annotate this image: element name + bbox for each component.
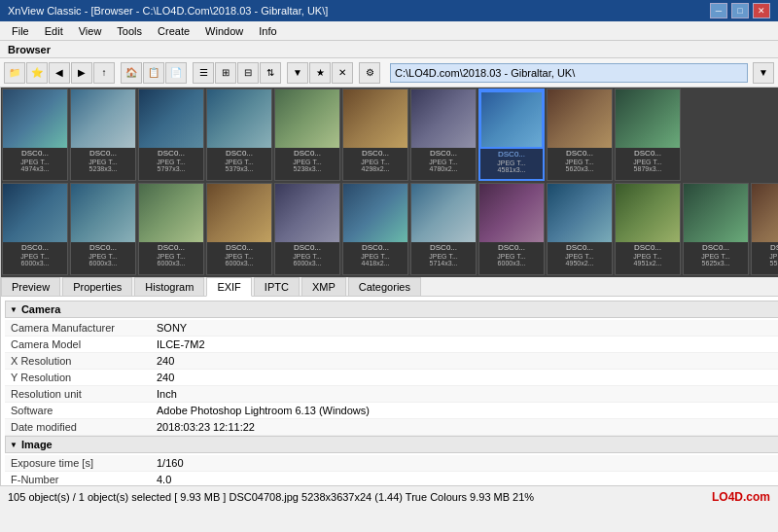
exif-row: Exposure time [s] 1/160 — [5, 455, 778, 472]
menu-window[interactable]: Window — [197, 23, 251, 39]
thumb-item[interactable]: DSC0...JPEG T...5797x3... — [138, 89, 204, 181]
right-panel: DSC0...JPEG T...4974x3... DSC0...JPEG T.… — [1, 88, 778, 485]
thumb-item[interactable]: DSC0...JPEG T...6000x3... — [478, 183, 545, 275]
tb-btn-view2[interactable]: ⊞ — [215, 62, 236, 84]
thumb-item[interactable]: DSC0...JPEG T...5620x3... — [547, 89, 613, 181]
thumb-item[interactable]: DSC0...JPEG T...5379x3... — [206, 89, 272, 181]
tb-btn-copy[interactable]: 📋 — [143, 62, 164, 84]
thumb-item[interactable]: DSC0...JPEG T...5536x3... — [751, 183, 778, 275]
statusbar-text: 105 object(s) / 1 object(s) selected [ 9… — [8, 491, 534, 503]
tb-btn-view3[interactable]: ⊟ — [237, 62, 259, 84]
tab-iptc[interactable]: IPTC — [254, 277, 300, 296]
exif-row: Camera Manufacturer SONY — [5, 320, 778, 337]
exif-row: Software Adobe Photoshop Lightroom 6.13 … — [5, 403, 778, 419]
tb-btn-view1[interactable]: ☰ — [193, 62, 214, 84]
thumb-item[interactable]: DSC0...JPEG T...4974x3... — [2, 89, 68, 181]
tb-btn-settings[interactable]: ⚙ — [359, 62, 380, 84]
tb-btn-star[interactable]: ★ — [309, 62, 331, 84]
tab-histogram[interactable]: Histogram — [134, 277, 204, 296]
exif-row: F-Number 4.0 — [5, 472, 778, 485]
minimize-button[interactable]: ─ — [710, 3, 727, 18]
exif-row: Date modified 2018:03:23 12:11:22 — [5, 419, 778, 436]
menu-create[interactable]: Create — [150, 23, 197, 39]
menu-file[interactable]: File — [4, 23, 37, 39]
thumb-item-selected[interactable]: DSC0...JPEG T...4581x3... — [478, 89, 545, 181]
tab-categories[interactable]: Categories — [348, 277, 421, 296]
tb-btn-fwd[interactable]: ▶ — [71, 62, 92, 84]
tb-btn-filter[interactable]: ▼ — [287, 62, 308, 84]
browser-label-bar: Browser — [0, 41, 778, 58]
menubar: File Edit View Tools Create Window Info — [0, 21, 778, 41]
exif-content[interactable]: Camera Camera Manufacturer SONY Camera M… — [1, 297, 778, 485]
tab-xmp[interactable]: XMP — [301, 277, 346, 296]
thumb-item[interactable]: DSC0...JPEG T...4418x2... — [342, 183, 408, 275]
tb-btn-del[interactable]: ✕ — [332, 62, 353, 84]
tb-btn-new[interactable]: 📄 — [165, 62, 187, 84]
tb-btn-open[interactable]: 🏠 — [121, 62, 142, 84]
exif-row: Y Resolution 240 — [5, 370, 778, 386]
exif-row: Resolution unit Inch — [5, 386, 778, 403]
browser-label: Browser — [8, 44, 51, 55]
thumb-item[interactable]: DSC0...JPEG T...6000x3... — [2, 183, 68, 275]
titlebar: XnView Classic - [Browser - C:\LO4D.Com\… — [0, 0, 778, 21]
thumb-item[interactable]: DSC0...JPEG T...6000x3... — [274, 183, 340, 275]
tb-btn-back[interactable]: ◀ — [49, 62, 70, 84]
window-controls: ─ □ ✕ — [710, 3, 770, 18]
tab-properties[interactable]: Properties — [62, 277, 132, 296]
thumb-item[interactable]: DSC0...JPEG T...6000x3... — [206, 183, 272, 275]
tb-btn-1[interactable]: 📁 — [4, 62, 25, 84]
thumb-item[interactable]: DSC0...JPEG T...5714x3... — [410, 183, 477, 275]
exif-section-camera: Camera — [5, 301, 778, 318]
logo: LO4D.com — [712, 490, 770, 504]
thumb-item[interactable]: DSC0...JPEG T...4298x2... — [342, 89, 408, 181]
menu-edit[interactable]: Edit — [37, 23, 71, 39]
thumb-item[interactable]: DSC0...JPEG T...5238x3... — [70, 89, 136, 181]
tb-btn-go[interactable]: ▼ — [753, 62, 774, 84]
thumbnail-row-2: DSC0...JPEG T...6000x3... DSC0...JPEG T.… — [1, 182, 778, 276]
tb-btn-sort[interactable]: ⇅ — [260, 62, 281, 84]
thumbnail-area[interactable]: DSC0...JPEG T...4974x3... DSC0...JPEG T.… — [1, 88, 778, 277]
tab-exif[interactable]: EXIF — [206, 277, 251, 297]
menu-view[interactable]: View — [71, 23, 110, 39]
tb-btn-2[interactable]: ⭐ — [26, 62, 48, 84]
thumb-item[interactable]: DSC0...JPEG T...5238x3... — [274, 89, 340, 181]
exif-tab-bar: Preview Properties Histogram EXIF IPTC X… — [1, 277, 778, 297]
tb-btn-up[interactable]: ↑ — [93, 62, 115, 84]
exif-section-image: Image — [5, 436, 778, 453]
thumb-item[interactable]: DSC0...JPEG T...4780x2... — [410, 89, 477, 181]
address-bar[interactable]: C:\LO4D.com\2018.03 - Gibraltar, UK\ — [390, 63, 748, 83]
exif-panel: Preview Properties Histogram EXIF IPTC X… — [1, 277, 778, 485]
menu-tools[interactable]: Tools — [109, 23, 150, 39]
thumb-item[interactable]: DSC0...JPEG T...4951x2... — [615, 183, 681, 275]
thumb-item[interactable]: DSC0...JPEG T...6000x3... — [70, 183, 136, 275]
thumb-item[interactable]: DSC0...JPEG T...4950x2... — [547, 183, 613, 275]
close-button[interactable]: ✕ — [753, 3, 770, 18]
exif-row: Camera Model ILCE-7M2 — [5, 337, 778, 353]
toolbar1: 📁 ⭐ ◀ ▶ ↑ 🏠 📋 📄 ☰ ⊞ ⊟ ⇅ ▼ ★ ✕ ⚙ C:\LO4D.… — [0, 58, 778, 88]
statusbar: 105 object(s) / 1 object(s) selected [ 9… — [0, 485, 778, 507]
thumb-item[interactable]: DSC0...JPEG T...5625x3... — [683, 183, 749, 275]
thumbnail-row-1: DSC0...JPEG T...4974x3... DSC0...JPEG T.… — [1, 88, 778, 182]
menu-info[interactable]: Info — [251, 23, 284, 39]
tab-preview[interactable]: Preview — [1, 277, 60, 296]
thumb-item[interactable]: DSC0...JPEG T...5879x3... — [615, 89, 681, 181]
title-text: XnView Classic - [Browser - C:\LO4D.Com\… — [8, 5, 328, 17]
thumb-item[interactable]: DSC0...JPEG T...6000x3... — [138, 183, 204, 275]
main-area: ▷ 📁 igb ▷ 📁 inetpub ▷ 📁 lo4d ▽ 📂 LO4D.co… — [0, 88, 778, 485]
maximize-button[interactable]: □ — [731, 3, 749, 18]
exif-row: X Resolution 240 — [5, 353, 778, 370]
